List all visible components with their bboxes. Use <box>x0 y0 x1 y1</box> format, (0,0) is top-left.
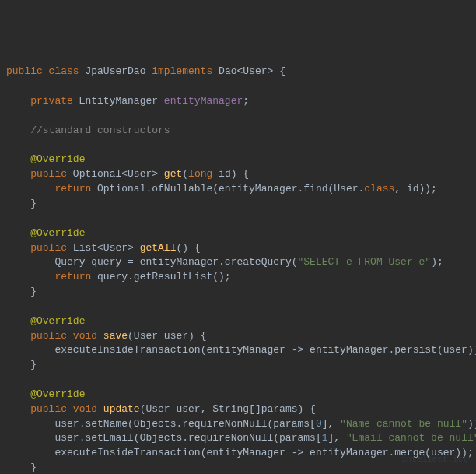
brace: } <box>30 286 37 297</box>
indent <box>6 125 30 136</box>
indent <box>6 462 30 473</box>
method-name: getAll <box>140 242 177 254</box>
code-text: executeInsideTransaction(entityManager -… <box>54 344 476 356</box>
interface-name: Dao <box>212 65 236 77</box>
comment: //standard constructors <box>30 125 170 136</box>
indent <box>6 227 30 239</box>
indent <box>6 432 54 444</box>
brace: } <box>30 198 37 209</box>
string-literal: "SELECT e FROM User e" <box>297 256 431 268</box>
return-type: Optional<User> <box>67 168 164 180</box>
annotation: @Override <box>30 227 85 239</box>
keyword: long <box>188 168 212 180</box>
code-text: query = entityManager.createQuery( <box>91 256 297 268</box>
indent <box>6 153 30 165</box>
keyword: public <box>30 242 67 254</box>
annotation: @Override <box>30 388 85 400</box>
indent <box>6 256 54 268</box>
indent <box>6 403 30 415</box>
code-block: public class JpaUserDao implements Dao<U… <box>6 65 476 474</box>
code-text: )); <box>467 418 476 430</box>
semicolon: ; <box>243 95 249 107</box>
string-literal: "Email cannot be null" <box>346 432 476 444</box>
indent <box>6 315 30 327</box>
indent <box>6 95 30 107</box>
keyword: private <box>30 95 73 107</box>
keyword: class <box>364 183 394 195</box>
code-text: () { <box>176 242 200 254</box>
keyword: public void <box>30 330 97 342</box>
type: EntityManager <box>73 95 164 107</box>
indent <box>6 344 54 356</box>
code-text: ], <box>322 418 340 430</box>
method-name: save <box>97 330 128 342</box>
indent <box>6 242 30 254</box>
annotation: @Override <box>30 315 85 327</box>
keyword: return <box>54 271 91 283</box>
code-text: (User user, String[]params) { <box>140 403 316 415</box>
method-name: update <box>97 403 140 415</box>
paren: ( <box>182 168 188 180</box>
annotation: @Override <box>30 153 85 165</box>
indent <box>6 388 30 400</box>
blank-line <box>6 300 12 312</box>
code-text: user.setEmail(Objects.requireNonNull(par… <box>54 432 321 444</box>
brace: } <box>30 359 37 370</box>
indent <box>6 271 54 283</box>
number-literal: 1 <box>322 432 328 444</box>
indent <box>6 183 54 195</box>
blank-line <box>6 110 12 121</box>
code-text: Optional.ofNullable(entityManager.find(U… <box>91 183 364 195</box>
keyword: return <box>54 183 91 195</box>
param: id) { <box>212 168 249 180</box>
generic-type: User <box>243 65 267 77</box>
keyword: public class <box>6 65 79 77</box>
method-name: get <box>164 168 182 180</box>
indent <box>6 359 30 370</box>
brace: { <box>273 65 285 77</box>
blank-line <box>6 212 12 224</box>
keyword: public <box>30 168 67 180</box>
indent <box>6 286 30 297</box>
code-text: (User user) { <box>128 330 206 342</box>
code-text: , id)); <box>394 183 437 195</box>
type: Query <box>54 256 91 268</box>
brace: } <box>30 462 37 473</box>
blank-line <box>6 80 12 92</box>
field-name: entityManager <box>164 95 243 107</box>
class-name: JpaUserDao <box>79 65 146 77</box>
blank-line <box>6 374 12 385</box>
keyword: implements <box>145 65 212 77</box>
code-text: user.setName(Objects.requireNonNull(para… <box>54 418 315 430</box>
return-type: List<User> <box>67 242 140 254</box>
number-literal: 0 <box>316 418 322 430</box>
indent <box>6 447 54 458</box>
code-text: ); <box>431 256 443 268</box>
indent <box>6 330 30 342</box>
blank-line <box>6 139 12 151</box>
indent <box>6 198 30 209</box>
string-literal: "Name cannot be null" <box>340 418 467 430</box>
code-text: query.getResultList(); <box>91 271 230 283</box>
keyword: public void <box>30 403 97 415</box>
indent <box>6 168 30 180</box>
code-text: ], <box>328 432 346 444</box>
indent <box>6 418 54 430</box>
code-text: executeInsideTransaction(entityManager -… <box>54 447 473 458</box>
